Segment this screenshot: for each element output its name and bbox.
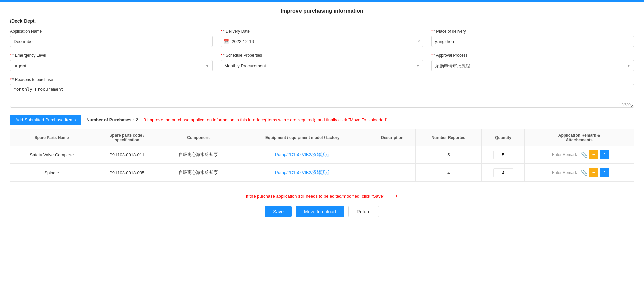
purchases-count: Number of Purchases：2 bbox=[86, 117, 138, 123]
col-equipment: Equipment / equipment model / factory bbox=[236, 129, 369, 146]
cell-component: 自吸离心海水冷却泵 bbox=[161, 146, 236, 164]
date-clear-icon[interactable]: ✕ bbox=[415, 39, 423, 44]
purchases-table: Spare Parts Name Spare parts code /speci… bbox=[10, 129, 634, 182]
col-remark: Application Remark &Attachements bbox=[525, 129, 634, 146]
cell-spare-parts-name: Spindle bbox=[10, 164, 93, 182]
footer-note-text: If the purchase application still needs … bbox=[246, 194, 384, 199]
textarea-count: 19/500 bbox=[619, 103, 631, 107]
cell-quantity bbox=[481, 164, 524, 182]
form-group-app-name: Application Name bbox=[10, 29, 213, 47]
table-toolbar: Add Submitted Purchase Items Number of P… bbox=[10, 115, 634, 125]
place-delivery-label: ** Place of delivery bbox=[431, 29, 634, 34]
cell-number-reported: 4 bbox=[415, 164, 481, 182]
approval-select[interactable]: 采购申请审批流程 bbox=[432, 60, 634, 71]
app-name-input[interactable] bbox=[10, 36, 213, 47]
cell-description bbox=[369, 164, 415, 182]
cell-spare-parts-code: P91103-0018-011 bbox=[93, 146, 161, 164]
footer-area: If the purchase application still needs … bbox=[10, 192, 634, 217]
schedule-select[interactable]: Monthly Procurement bbox=[221, 60, 423, 71]
delivery-date-wrapper[interactable]: 📅 ✕ bbox=[221, 36, 423, 47]
form-row-2: ** Emergency Level urgent normal ▼ ** Sc… bbox=[10, 53, 634, 71]
cell-remark-actions: 📎 − 2 bbox=[525, 146, 634, 164]
col-spare-parts-name: Spare Parts Name bbox=[10, 129, 93, 146]
remark-actions-wrapper: 📎 − 2 bbox=[527, 168, 631, 177]
required-star: * bbox=[221, 29, 222, 34]
form-group-schedule: ** Schedule Properties Monthly Procureme… bbox=[221, 53, 423, 71]
cell-quantity bbox=[481, 146, 524, 164]
instruction-text: 3.Improve the purchase application infor… bbox=[144, 117, 634, 122]
remove-button[interactable]: − bbox=[589, 168, 598, 177]
calendar-icon: 📅 bbox=[221, 39, 232, 44]
col-number-reported: Number Reported bbox=[415, 129, 481, 146]
form-row-3: ** Reasons to purchase Monthly Procureme… bbox=[10, 77, 634, 109]
cell-equipment[interactable]: Pump/2C150 VIB2/汉姆沃斯 bbox=[236, 164, 369, 182]
count-button[interactable]: 2 bbox=[600, 150, 609, 159]
form-group-place-delivery: ** Place of delivery bbox=[431, 29, 634, 47]
emergency-select-wrapper[interactable]: urgent normal ▼ bbox=[10, 60, 213, 71]
approval-label: ** Approval Process bbox=[431, 53, 634, 58]
remark-input[interactable] bbox=[549, 170, 580, 175]
table-body: Safety Valve Complete P91103-0018-011 自吸… bbox=[10, 146, 634, 182]
cell-spare-parts-name: Safety Valve Complete bbox=[10, 146, 93, 164]
place-delivery-input[interactable] bbox=[431, 36, 634, 47]
cell-remark-actions: 📎 − 2 bbox=[525, 164, 634, 182]
form-group-emergency: ** Emergency Level urgent normal ▼ bbox=[10, 53, 213, 71]
move-to-upload-button[interactable]: Move to upload bbox=[296, 206, 344, 217]
required-star3: * bbox=[10, 53, 12, 58]
col-component: Component bbox=[161, 129, 236, 146]
quantity-input[interactable] bbox=[493, 151, 513, 159]
col-spare-parts-code: Spare parts code /specification bbox=[93, 129, 161, 146]
col-description: Description bbox=[369, 129, 415, 146]
emergency-select[interactable]: urgent normal bbox=[10, 60, 212, 71]
delivery-date-label: ** Delivery Date bbox=[221, 29, 423, 34]
table-row: Safety Valve Complete P91103-0018-011 自吸… bbox=[10, 146, 634, 164]
required-star5: * bbox=[431, 53, 433, 58]
reasons-label: ** Reasons to purchase bbox=[10, 77, 634, 82]
form-group-delivery-date: ** Delivery Date 📅 ✕ bbox=[221, 29, 423, 47]
schedule-select-wrapper[interactable]: Monthly Procurement ▼ bbox=[221, 60, 423, 71]
remark-actions-wrapper: 📎 − 2 bbox=[527, 150, 631, 159]
cell-equipment[interactable]: Pump/2C150 VIB2/汉姆沃斯 bbox=[236, 146, 369, 164]
save-button[interactable]: Save bbox=[265, 206, 292, 217]
required-star4: * bbox=[221, 53, 222, 58]
schedule-label: ** Schedule Properties bbox=[221, 53, 423, 58]
reasons-textarea-wrapper: Monthly Procurement 19/500 bbox=[10, 84, 634, 109]
required-star6: * bbox=[10, 77, 12, 82]
form-row-1: Application Name ** Delivery Date 📅 ✕ **… bbox=[10, 29, 634, 47]
form-group-approval: ** Approval Process 采购申请审批流程 ▼ bbox=[431, 53, 634, 71]
add-submitted-purchase-items-button[interactable]: Add Submitted Purchase Items bbox=[10, 115, 81, 125]
app-name-label: Application Name bbox=[10, 29, 213, 34]
cell-spare-parts-code: P91103-0018-035 bbox=[93, 164, 161, 182]
cell-description bbox=[369, 146, 415, 164]
count-button[interactable]: 2 bbox=[600, 168, 609, 177]
required-star2: * bbox=[431, 29, 433, 34]
quantity-input[interactable] bbox=[493, 168, 513, 177]
footer-note: If the purchase application still needs … bbox=[246, 192, 398, 200]
remove-button[interactable]: − bbox=[589, 150, 598, 159]
page-title: Improve purchasing information bbox=[0, 2, 644, 18]
arrow-right-icon: ⟶ bbox=[387, 192, 398, 200]
attachment-icon[interactable]: 📎 bbox=[581, 169, 588, 176]
remark-input[interactable] bbox=[549, 152, 580, 157]
approval-select-wrapper[interactable]: 采购申请审批流程 ▼ bbox=[431, 60, 634, 71]
table-row: Spindle P91103-0018-035 自吸离心海水冷却泵 Pump/2… bbox=[10, 164, 634, 182]
footer-buttons: Save Move to upload Return bbox=[265, 206, 379, 217]
col-quantity: Quantity bbox=[481, 129, 524, 146]
reasons-textarea[interactable]: Monthly Procurement bbox=[10, 84, 634, 108]
attachment-icon[interactable]: 📎 bbox=[581, 152, 588, 158]
cell-number-reported: 5 bbox=[415, 146, 481, 164]
dept-label: /Deck Dept. bbox=[10, 18, 634, 24]
table-header-row: Spare Parts Name Spare parts code /speci… bbox=[10, 129, 634, 146]
emergency-label: ** Emergency Level bbox=[10, 53, 213, 58]
table-head: Spare Parts Name Spare parts code /speci… bbox=[10, 129, 634, 146]
form-group-reasons: ** Reasons to purchase Monthly Procureme… bbox=[10, 77, 634, 109]
return-button[interactable]: Return bbox=[348, 206, 379, 217]
cell-component: 自吸离心海水冷却泵 bbox=[161, 164, 236, 182]
delivery-date-input[interactable] bbox=[232, 39, 414, 44]
